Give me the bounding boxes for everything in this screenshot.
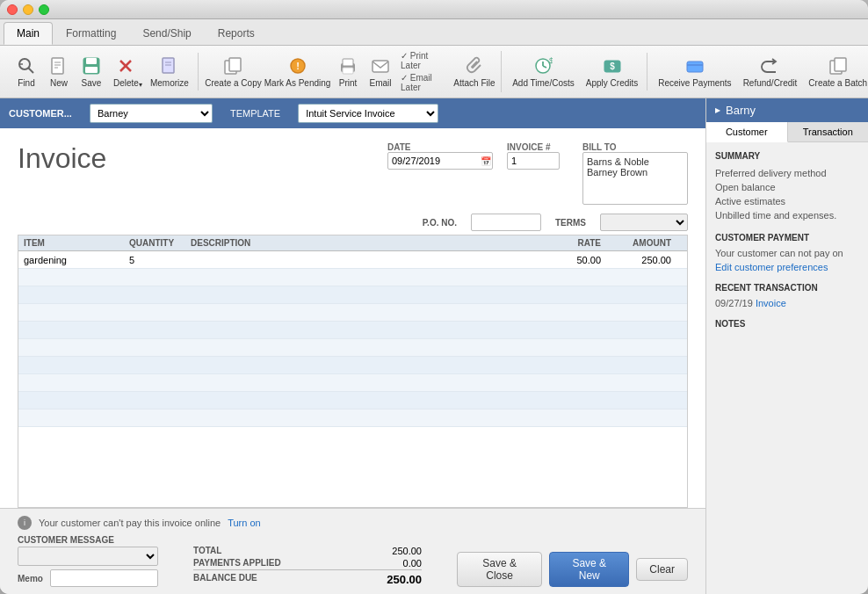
desc-cell[interactable] bbox=[185, 339, 536, 357]
rate-cell[interactable] bbox=[536, 286, 606, 304]
qty-cell[interactable] bbox=[124, 409, 185, 427]
amount-cell[interactable] bbox=[606, 392, 676, 409]
po-no-input[interactable] bbox=[471, 214, 541, 231]
refund-credit-button[interactable]: Refund/Credit bbox=[738, 53, 803, 91]
mark-as-pending-button[interactable]: ! Mark As Pending bbox=[264, 53, 331, 91]
amount-cell[interactable] bbox=[606, 409, 676, 427]
save-new-button[interactable]: Save & New bbox=[549, 552, 629, 587]
item-cell[interactable] bbox=[18, 374, 124, 392]
apply-credits-button[interactable]: $ Apply Credits bbox=[581, 53, 643, 91]
save-button[interactable]: Save bbox=[76, 53, 107, 91]
qty-cell[interactable] bbox=[124, 339, 185, 357]
desc-cell[interactable] bbox=[185, 269, 536, 286]
item-cell[interactable] bbox=[18, 392, 124, 409]
minimize-button[interactable] bbox=[23, 4, 33, 15]
item-cell[interactable] bbox=[18, 409, 124, 427]
item-cell[interactable]: gardening bbox=[18, 251, 124, 269]
bill-to-box[interactable]: Barns & Noble Barney Brown bbox=[582, 152, 688, 205]
panel-header-title: Barny bbox=[726, 104, 756, 117]
qty-cell[interactable] bbox=[124, 392, 185, 409]
clear-button[interactable]: Clear bbox=[636, 558, 688, 581]
amount-cell[interactable] bbox=[606, 286, 676, 304]
qty-cell[interactable]: 5 bbox=[124, 251, 185, 269]
template-select[interactable]: Intuit Service Invoice bbox=[298, 104, 438, 123]
save-close-button[interactable]: Save & Close bbox=[457, 552, 542, 587]
amount-cell[interactable] bbox=[606, 304, 676, 322]
items-table-wrapper[interactable]: ITEM QUANTITY DESCRIPTION RATE AMOUNT bbox=[18, 235, 688, 508]
item-cell[interactable] bbox=[18, 286, 124, 304]
qty-cell[interactable] bbox=[124, 269, 185, 286]
email-button[interactable]: Email bbox=[365, 53, 396, 91]
print-button[interactable]: Print bbox=[332, 53, 364, 91]
rate-cell[interactable] bbox=[536, 409, 606, 427]
amount-cell[interactable] bbox=[606, 374, 676, 392]
qty-cell[interactable] bbox=[124, 357, 185, 374]
item-cell[interactable] bbox=[18, 357, 124, 374]
qty-cell[interactable] bbox=[124, 286, 185, 304]
item-cell[interactable] bbox=[18, 339, 124, 357]
qty-cell[interactable] bbox=[124, 374, 185, 392]
desc-cell[interactable] bbox=[185, 322, 536, 339]
rate-cell[interactable] bbox=[536, 269, 606, 286]
tab-transaction[interactable]: Transaction bbox=[788, 122, 869, 141]
desc-cell[interactable] bbox=[185, 304, 536, 322]
add-time-costs-button[interactable]: $ Add Time/Costs bbox=[507, 53, 580, 91]
close-button[interactable] bbox=[7, 4, 18, 15]
receive-payments-button[interactable]: Receive Payments bbox=[653, 53, 736, 91]
amount-cell[interactable] bbox=[606, 269, 676, 286]
memo-input[interactable] bbox=[50, 569, 158, 587]
amount-cell[interactable] bbox=[606, 339, 676, 357]
memorize-button[interactable]: Memorize bbox=[145, 53, 194, 91]
terms-select[interactable] bbox=[600, 214, 688, 231]
turn-on-link[interactable]: Turn on bbox=[228, 518, 261, 528]
edit-preferences-link[interactable]: Edit customer preferences bbox=[715, 262, 859, 272]
tab-customer[interactable]: Customer bbox=[706, 122, 788, 142]
desc-cell[interactable] bbox=[185, 251, 536, 269]
col-quantity: QUANTITY bbox=[124, 235, 185, 251]
calendar-icon[interactable]: 📅 bbox=[481, 156, 491, 166]
delete-button[interactable]: Delete bbox=[108, 53, 144, 91]
qty-cell[interactable] bbox=[124, 304, 185, 322]
balance-due-label: BALANCE DUE bbox=[193, 573, 257, 586]
date-input[interactable] bbox=[387, 152, 493, 170]
item-cell[interactable] bbox=[18, 269, 124, 286]
terms-label: TERMS bbox=[555, 218, 586, 228]
maximize-button[interactable] bbox=[39, 4, 49, 15]
bill-to-group: BILL TO Barns & Noble Barney Brown bbox=[582, 142, 688, 205]
row-filler bbox=[676, 251, 687, 269]
rate-cell[interactable]: 50.00 bbox=[536, 251, 606, 269]
item-cell[interactable] bbox=[18, 304, 124, 322]
rate-cell[interactable] bbox=[536, 357, 606, 374]
attach-file-button[interactable]: Attach File bbox=[452, 53, 498, 91]
tab-main[interactable]: Main bbox=[4, 22, 53, 45]
item-cell[interactable] bbox=[18, 322, 124, 339]
qty-cell[interactable] bbox=[124, 322, 185, 339]
rate-cell[interactable] bbox=[536, 374, 606, 392]
customer-msg-select[interactable] bbox=[18, 547, 158, 566]
recent-tx-link[interactable]: Invoice bbox=[756, 298, 786, 308]
desc-cell[interactable] bbox=[185, 409, 536, 427]
rate-cell[interactable] bbox=[536, 304, 606, 322]
invoice-num-input[interactable] bbox=[507, 152, 560, 170]
rate-cell[interactable] bbox=[536, 339, 606, 357]
desc-cell[interactable] bbox=[185, 374, 536, 392]
desc-cell[interactable] bbox=[185, 357, 536, 374]
create-batch-button[interactable]: Create a Batch bbox=[803, 53, 868, 91]
amount-cell[interactable]: 250.00 bbox=[606, 251, 676, 269]
amount-cell[interactable] bbox=[606, 357, 676, 374]
desc-cell[interactable] bbox=[185, 286, 536, 304]
tab-sendship[interactable]: Send/Ship bbox=[129, 22, 204, 45]
tab-reports[interactable]: Reports bbox=[205, 22, 268, 45]
rate-cell[interactable] bbox=[536, 392, 606, 409]
create-copy-button[interactable]: Create a Copy bbox=[204, 53, 263, 91]
tab-formatting[interactable]: Formatting bbox=[53, 22, 129, 45]
desc-cell[interactable] bbox=[185, 392, 536, 409]
new-button[interactable]: New bbox=[43, 53, 75, 91]
amount-cell[interactable] bbox=[606, 322, 676, 339]
row-filler bbox=[676, 339, 687, 357]
po-no-label: P.O. NO. bbox=[423, 218, 457, 228]
rate-cell[interactable] bbox=[536, 322, 606, 339]
invoice-area: CUSTOMER... Barney TEMPLATE Intuit Servi… bbox=[0, 98, 705, 594]
find-button[interactable]: Find bbox=[11, 53, 42, 91]
customer-select[interactable]: Barney bbox=[90, 104, 213, 123]
